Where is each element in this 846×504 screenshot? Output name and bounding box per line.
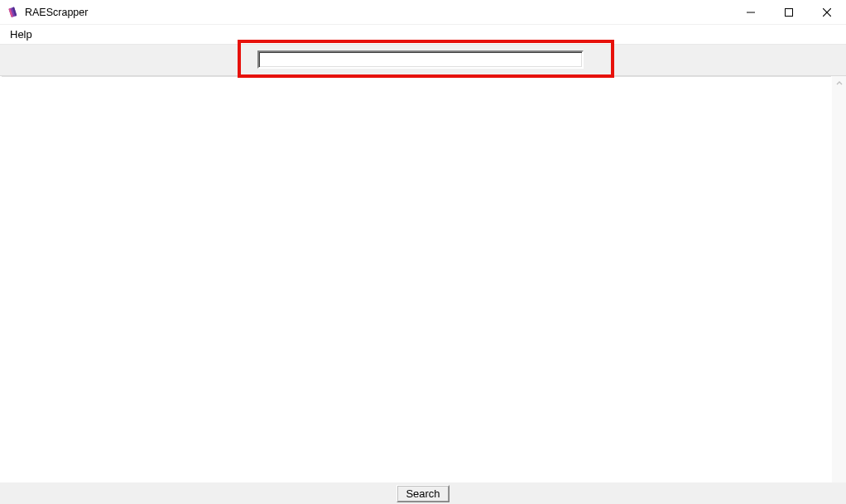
- search-input[interactable]: [257, 50, 584, 69]
- toolbar: [0, 45, 846, 76]
- vertical-scrollbar[interactable]: [832, 76, 846, 482]
- window-controls: [732, 0, 846, 24]
- svg-rect-4: [786, 9, 793, 17]
- search-button[interactable]: Search: [397, 485, 449, 502]
- menu-help[interactable]: Help: [5, 26, 37, 42]
- maximize-button[interactable]: [770, 0, 808, 25]
- bottom-bar: Search: [0, 482, 846, 504]
- titlebar: RAEScrapper: [0, 0, 846, 25]
- menubar: Help: [0, 25, 846, 45]
- results-panel: [2, 76, 831, 482]
- minimize-button[interactable]: [732, 0, 770, 25]
- content-area: [0, 76, 846, 482]
- app-icon: [7, 6, 20, 19]
- close-button[interactable]: [808, 0, 846, 25]
- scroll-up-icon[interactable]: [832, 76, 846, 90]
- window-title: RAEScrapper: [25, 7, 732, 18]
